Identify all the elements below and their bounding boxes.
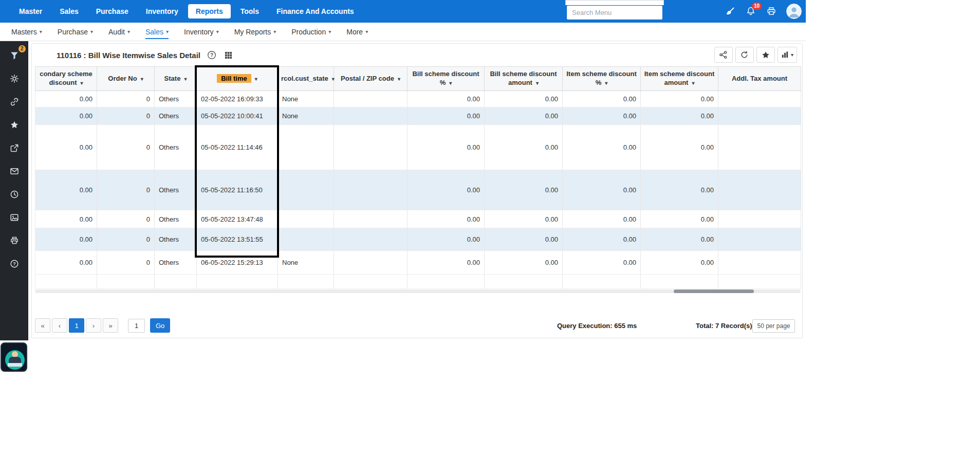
- subnav-item-more[interactable]: More▾: [346, 23, 368, 41]
- subnav-item-label: Production: [291, 28, 326, 36]
- support-chat-widget[interactable]: [1, 342, 27, 372]
- sort-caret-icon[interactable]: ▾: [605, 80, 607, 86]
- help-icon[interactable]: ?: [7, 256, 22, 271]
- subnav-item-sales[interactable]: Sales▾: [145, 23, 169, 41]
- search-menu-input[interactable]: [567, 6, 662, 20]
- refresh-button[interactable]: [735, 47, 754, 63]
- cell-order-no[interactable]: 0: [97, 251, 155, 275]
- cell-order-no[interactable]: 0: [97, 91, 155, 107]
- subnav-item-inventory[interactable]: Inventory▾: [184, 23, 219, 41]
- pagination-page-1-button[interactable]: 1: [69, 318, 84, 333]
- column-header-bill-time[interactable]: Bill time▾: [197, 67, 278, 91]
- report-table-container: condary scheme discount▾Order No▾State▾B…: [35, 66, 801, 289]
- cell-state: Others: [155, 170, 197, 210]
- column-header-rcol-cust-state[interactable]: rcol.cust_state▾: [278, 67, 334, 91]
- sort-caret-icon[interactable]: ▾: [141, 76, 143, 82]
- cell-rcol-cust-state: [278, 228, 334, 251]
- page-number-input[interactable]: [128, 319, 145, 333]
- table-row[interactable]: 0.000Others05-05-2022 10:00:41None0.000.…: [35, 107, 801, 125]
- svg-text:?: ?: [13, 261, 16, 266]
- top-menu-item-reports[interactable]: Reports: [188, 4, 231, 19]
- top-menu-item-tools[interactable]: Tools: [233, 4, 267, 19]
- subnav-item-production[interactable]: Production▾: [291, 23, 331, 41]
- column-header-condary-scheme-discount[interactable]: condary scheme discount▾: [35, 67, 97, 91]
- column-header-item-scheme-discount[interactable]: Item scheme discount %▾: [563, 67, 641, 91]
- subnav-item-label: Audit: [108, 28, 125, 36]
- link-icon[interactable]: [7, 94, 22, 110]
- cell-state: Others: [155, 107, 197, 125]
- subnav-item-label: Inventory: [184, 28, 214, 36]
- grid-view-icon[interactable]: [223, 50, 233, 60]
- table-row[interactable]: 0.000Others05-05-2022 13:47:480.000.000.…: [35, 210, 801, 228]
- cell-order-no[interactable]: 0: [97, 170, 155, 210]
- top-menu-item-sales[interactable]: Sales: [52, 4, 86, 19]
- pagination-next-button[interactable]: ›: [86, 318, 101, 333]
- top-menu-item-finance-and-accounts[interactable]: Finance And Accounts: [269, 4, 362, 19]
- empty-cell: [641, 275, 718, 289]
- image-icon[interactable]: [7, 210, 22, 225]
- clock-icon[interactable]: [7, 187, 22, 202]
- page-size-select[interactable]: 50 per page: [752, 319, 795, 333]
- share-icon[interactable]: [7, 140, 22, 156]
- top-menu-item-purchase[interactable]: Purchase: [88, 4, 136, 19]
- help-icon[interactable]: ?: [207, 50, 217, 60]
- go-button[interactable]: Go: [150, 318, 170, 333]
- subnav-item-purchase[interactable]: Purchase▾: [58, 23, 93, 41]
- cell-order-no[interactable]: 0: [97, 210, 155, 228]
- pagination-last-button[interactable]: »: [103, 318, 118, 333]
- cell-addl-tax-amount: [718, 210, 801, 228]
- table-row[interactable]: 0.000Others02-05-2022 16:09:33None0.000.…: [35, 91, 801, 107]
- bell-icon[interactable]: 10: [745, 6, 756, 17]
- cell-order-no[interactable]: 0: [97, 107, 155, 125]
- subnav-item-audit[interactable]: Audit▾: [108, 23, 130, 41]
- caret-down-icon: ▾: [40, 29, 42, 34]
- cell-bill-time: 05-05-2022 11:14:46: [197, 125, 278, 170]
- sort-caret-icon[interactable]: ▾: [81, 80, 83, 86]
- star-icon[interactable]: [7, 117, 22, 133]
- column-header-addl-tax-amount[interactable]: Addl. Tax amount: [718, 67, 801, 91]
- chart-button[interactable]: ▾: [778, 47, 797, 63]
- scrollbar-thumb[interactable]: [674, 289, 754, 293]
- sort-caret-icon[interactable]: ▾: [255, 76, 257, 82]
- table-row[interactable]: 0.000Others05-05-2022 13:51:550.000.000.…: [35, 228, 801, 251]
- subnav-item-masters[interactable]: Masters▾: [11, 23, 42, 41]
- table-row[interactable]: 0.000Others05-05-2022 11:16:500.000.000.…: [35, 170, 801, 210]
- sort-caret-icon[interactable]: ▾: [184, 76, 187, 82]
- share-button[interactable]: [714, 47, 733, 63]
- broom-icon[interactable]: [725, 6, 736, 17]
- cell-addl-tax-amount: [718, 170, 801, 210]
- column-header-postal-zip-code[interactable]: Postal / ZIP code▾: [334, 67, 408, 91]
- top-menu-item-inventory[interactable]: Inventory: [138, 4, 186, 19]
- filter-icon[interactable]: 2: [7, 48, 22, 63]
- pagination-first-button[interactable]: «: [35, 318, 50, 333]
- sort-caret-icon[interactable]: ▾: [398, 76, 400, 82]
- chat-avatar-laptop: [8, 363, 22, 367]
- column-header-item-scheme-discount-amount[interactable]: Item scheme discount amount▾: [641, 67, 718, 91]
- sort-caret-icon[interactable]: ▾: [332, 76, 335, 82]
- favorite-button[interactable]: [756, 47, 775, 63]
- pagination-prev-button[interactable]: ‹: [52, 318, 67, 333]
- cell-order-no[interactable]: 0: [97, 125, 155, 170]
- printer-icon[interactable]: [7, 233, 22, 248]
- sort-caret-icon[interactable]: ▾: [536, 80, 539, 86]
- caret-down-icon: ▾: [166, 29, 169, 34]
- top-menu-item-master[interactable]: Master: [11, 4, 50, 19]
- column-header-order-no[interactable]: Order No▾: [97, 67, 155, 91]
- report-panel: 110116 : Bill Wise Itemwise Sales Detail…: [31, 43, 803, 338]
- sort-caret-icon[interactable]: ▾: [449, 80, 452, 86]
- table-row[interactable]: 0.000Others06-05-2022 15:29:13None0.000.…: [35, 251, 801, 275]
- column-label: Bill scheme discount amount: [490, 70, 557, 86]
- subnav-item-my-reports[interactable]: My Reports▾: [234, 23, 276, 41]
- column-header-bill-scheme-discount-amount[interactable]: Bill scheme discount amount▾: [485, 67, 563, 91]
- column-header-state[interactable]: State▾: [155, 67, 197, 91]
- column-header-bill-scheme-discount[interactable]: Bill scheme discount %▾: [408, 67, 485, 91]
- user-avatar[interactable]: [786, 4, 802, 19]
- printer-icon[interactable]: [766, 6, 777, 17]
- column-label: Postal / ZIP code: [341, 75, 394, 82]
- cell-order-no[interactable]: 0: [97, 228, 155, 251]
- column-label: State: [164, 75, 181, 82]
- mail-icon[interactable]: [7, 164, 22, 179]
- gear-icon[interactable]: [7, 71, 22, 86]
- table-row[interactable]: 0.000Others05-05-2022 11:14:460.000.000.…: [35, 125, 801, 170]
- sort-caret-icon[interactable]: ▾: [692, 80, 694, 86]
